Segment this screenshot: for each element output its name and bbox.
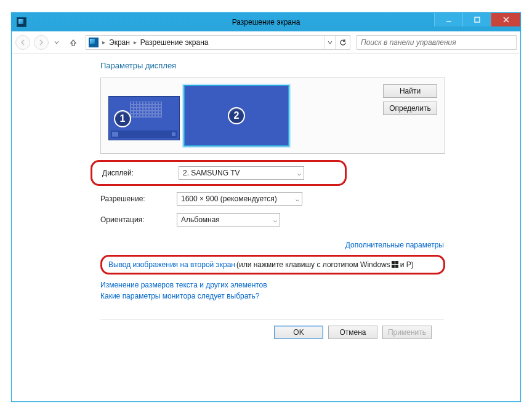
project-text: (или нажмите клавишу с логотипом Windows (236, 260, 390, 269)
display-label: Дисплей: (99, 169, 179, 177)
section-title: Параметры дисплея (100, 61, 520, 70)
display-row-highlight: Дисплей: 2. SAMSUNG TV ⌵ (91, 160, 347, 186)
location-icon (89, 38, 99, 47)
apply-button[interactable]: Применить (382, 326, 432, 339)
resize-text-link[interactable]: Изменение размеров текста и других элеме… (100, 279, 445, 291)
breadcrumb-item[interactable]: Экран (109, 38, 130, 47)
identify-button[interactable]: Определить (383, 102, 437, 115)
chevron-down-icon: ⌵ (297, 170, 301, 177)
search-input[interactable] (361, 38, 512, 47)
project-row-highlight: Вывод изображения на второй экран (или н… (100, 255, 445, 275)
monitor-number-badge: 1 (114, 110, 131, 127)
back-button[interactable] (15, 35, 30, 50)
chevron-down-icon: ⌵ (273, 217, 277, 223)
forward-button[interactable] (34, 35, 49, 50)
search-box[interactable] (357, 35, 517, 50)
monitor-2[interactable]: 2 (183, 85, 289, 146)
monitor-number-badge: 2 (228, 107, 245, 124)
svg-rect-1 (475, 17, 480, 22)
content-area: Параметры дисплея 1 2 Найт (12, 54, 520, 401)
find-button[interactable]: Найти (383, 84, 437, 98)
display-select[interactable]: 2. SAMSUNG TV ⌵ (179, 166, 304, 180)
ok-button[interactable]: OK (274, 326, 323, 339)
refresh-button[interactable] (335, 36, 350, 49)
close-button[interactable] (491, 13, 520, 26)
nav-bar: ▸ Экран ▸ Разрешение экрана (12, 31, 520, 54)
history-dropdown[interactable] (52, 35, 61, 50)
resolution-select-value: 1600 × 900 (рекомендуется) (181, 194, 277, 203)
address-dropdown[interactable] (324, 36, 335, 49)
resolution-label: Разрешение: (100, 194, 177, 203)
windows-logo-icon (392, 261, 399, 268)
orientation-select[interactable]: Альбомная ⌵ (177, 213, 280, 227)
window-frame: Разрешение экрана (11, 12, 521, 402)
orientation-select-value: Альбомная (181, 215, 220, 224)
chevron-down-icon: ⌵ (296, 196, 299, 202)
project-text: и P) (400, 260, 414, 269)
display-preview-panel: 1 2 Найти Определить (100, 78, 445, 154)
breadcrumb-sep-icon: ▸ (102, 39, 105, 46)
resolution-select[interactable]: 1600 × 900 (рекомендуется) ⌵ (177, 192, 302, 206)
orientation-label: Ориентация: (100, 215, 177, 224)
breadcrumb-item[interactable]: Разрешение экрана (140, 38, 209, 47)
which-monitor-link[interactable]: Какие параметры монитора следует выбрать… (100, 291, 445, 302)
titlebar: Разрешение экрана (12, 13, 520, 31)
display-select-value: 2. SAMSUNG TV (183, 169, 240, 177)
project-second-screen-link[interactable]: Вывод изображения на второй экран (108, 260, 235, 269)
dialog-buttons: OK Отмена Применить (100, 319, 444, 339)
app-icon (17, 17, 26, 27)
up-button[interactable] (67, 36, 79, 49)
monitor-1[interactable]: 1 (108, 96, 180, 140)
breadcrumb-sep-icon: ▸ (134, 39, 137, 46)
address-bar[interactable]: ▸ Экран ▸ Разрешение экрана (86, 35, 350, 50)
advanced-params-link[interactable]: Дополнительные параметры (345, 241, 444, 249)
cancel-button[interactable]: Отмена (328, 326, 377, 339)
maximize-button[interactable] (462, 13, 491, 26)
minimize-button[interactable] (434, 13, 462, 26)
